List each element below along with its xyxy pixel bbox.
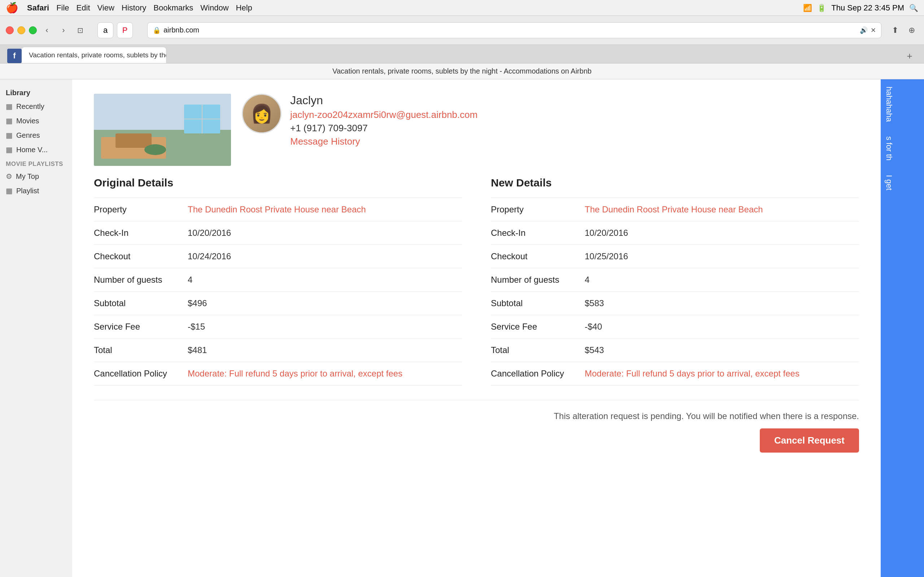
new-subtotal-label: Subtotal xyxy=(491,298,585,308)
sidebar-movies-label: Movies xyxy=(16,117,39,125)
file-menu[interactable]: File xyxy=(56,3,69,13)
sidebar-item-genres[interactable]: ▦ Genres xyxy=(0,128,72,142)
grid-icon-3: ▦ xyxy=(6,131,13,140)
page-title-bar: Vacation rentals, private rooms, sublets… xyxy=(0,63,924,79)
menubar-right: 📶 🔋 Thu Sep 22 3:45 PM 🔍 xyxy=(803,3,918,13)
sidebar-item-recently[interactable]: ▦ Recently xyxy=(0,99,72,114)
orig-property-row: Property The Dunedin Roost Private House… xyxy=(94,198,462,221)
orig-guests-row: Number of guests 4 xyxy=(94,268,462,292)
amazon-bookmark[interactable]: a xyxy=(97,23,113,38)
new-subtotal-row: Subtotal $583 xyxy=(491,292,859,315)
guest-avatar: 👩 xyxy=(242,94,281,134)
add-tab-button[interactable]: + xyxy=(902,49,917,63)
main-content: 👩 Jaclyn jaclyn-zoo204zxamr5i0rw@guest.a… xyxy=(72,79,881,577)
apple-menu[interactable]: 🍎 xyxy=(6,2,18,14)
new-cancellation-value: Moderate: Full refund 5 days prior to ar… xyxy=(585,369,859,379)
safari-menu[interactable]: Safari xyxy=(27,3,49,13)
sidebar-item-movies[interactable]: ▦ Movies xyxy=(0,114,72,128)
menu-bar: 🍎 Safari File Edit View History Bookmark… xyxy=(0,0,924,16)
sidebar-my-top-label: My Top xyxy=(16,172,39,181)
grid-icon-4: ▦ xyxy=(6,145,13,154)
guest-info-section: 👩 Jaclyn jaclyn-zoo204zxamr5i0rw@guest.a… xyxy=(242,94,478,147)
new-cancellation-row: Cancellation Policy Moderate: Full refun… xyxy=(491,362,859,385)
new-service-fee-label: Service Fee xyxy=(491,322,585,332)
traffic-lights xyxy=(6,26,37,34)
window-menu[interactable]: Window xyxy=(200,3,228,13)
sidebar-home-videos-label: Home V... xyxy=(16,146,48,154)
orig-total-label: Total xyxy=(94,345,188,355)
address-bar[interactable]: 🔒 airbnb.com 🔊 ✕ xyxy=(147,23,881,38)
new-property-label: Property xyxy=(491,205,585,214)
new-checkout-value: 10/25/2016 xyxy=(585,251,859,261)
edit-menu[interactable]: Edit xyxy=(76,3,90,13)
guest-details: Jaclyn jaclyn-zoo204zxamr5i0rw@guest.air… xyxy=(290,94,478,147)
minimize-window-button[interactable] xyxy=(17,26,25,34)
sidebar-item-my-top[interactable]: ⚙ My Top xyxy=(0,169,72,184)
details-row: Original Details Property The Dunedin Ro… xyxy=(94,177,859,385)
new-total-value: $543 xyxy=(585,345,859,355)
orig-checkin-value: 10/20/2016 xyxy=(188,228,462,238)
search-icon[interactable]: 🔍 xyxy=(909,3,918,12)
right-panel-text-3: I get xyxy=(881,168,897,198)
grid-icon: ▦ xyxy=(6,102,13,111)
new-property-row: Property The Dunedin Roost Private House… xyxy=(491,198,859,221)
new-checkin-value: 10/20/2016 xyxy=(585,228,859,238)
new-guests-label: Number of guests xyxy=(491,275,585,285)
sidebar-playlist-label: Playlist xyxy=(16,187,39,195)
library-label: Library xyxy=(0,87,72,99)
new-checkout-label: Checkout xyxy=(491,251,585,261)
list-icon: ▦ xyxy=(6,187,13,195)
bookmarks-menu[interactable]: Bookmarks xyxy=(153,3,193,13)
orig-subtotal-row: Subtotal $496 xyxy=(94,292,462,315)
svg-point-4 xyxy=(144,144,166,155)
audio-icon[interactable]: 🔊 xyxy=(860,26,868,34)
new-guests-row: Number of guests 4 xyxy=(491,268,859,292)
help-menu[interactable]: Help xyxy=(236,3,252,13)
view-menu[interactable]: View xyxy=(97,3,115,13)
new-service-fee-row: Service Fee -$40 xyxy=(491,315,859,338)
guest-name: Jaclyn xyxy=(290,94,478,107)
page-layout: Library ▦ Recently ▦ Movies ▦ Genres ▦ H… xyxy=(0,79,924,577)
forward-button[interactable]: › xyxy=(57,24,70,37)
orig-total-value: $481 xyxy=(188,345,462,355)
orig-checkout-label: Checkout xyxy=(94,251,188,261)
pinterest-bookmark[interactable]: P xyxy=(117,23,133,38)
url-display: airbnb.com xyxy=(163,26,199,34)
right-panel-text-1: hahahaha xyxy=(881,79,897,129)
battery-icon: 🔋 xyxy=(817,3,826,12)
tab-bar: f Vacation rentals, private rooms, suble… xyxy=(0,45,924,63)
browser-toolbar: ‹ › ⊡ a P 🔒 airbnb.com 🔊 ✕ ⬆ ⊕ xyxy=(0,16,924,45)
orig-cancellation-value: Moderate: Full refund 5 days prior to ar… xyxy=(188,369,462,379)
grid-icon-2: ▦ xyxy=(6,116,13,125)
guest-email[interactable]: jaclyn-zoo204zxamr5i0rw@guest.airbnb.com xyxy=(290,109,478,121)
sidebar-genres-label: Genres xyxy=(16,131,40,140)
orig-cancellation-label: Cancellation Policy xyxy=(94,369,188,379)
close-window-button[interactable] xyxy=(6,26,14,34)
airbnb-tab-label: Vacation rentals, private rooms, sublets… xyxy=(29,51,166,59)
back-button[interactable]: ‹ xyxy=(40,24,53,37)
cancel-request-button[interactable]: Cancel Request xyxy=(760,429,859,453)
history-menu[interactable]: History xyxy=(122,3,146,13)
orig-checkin-label: Check-In xyxy=(94,228,188,238)
right-panel-text-2: s for th xyxy=(881,129,897,168)
new-tab-button[interactable]: ⊕ xyxy=(905,24,918,37)
property-thumbnail xyxy=(94,94,231,166)
address-bar-row: 🔒 airbnb.com 🔊 ✕ xyxy=(144,23,885,38)
orig-guests-label: Number of guests xyxy=(94,275,188,285)
orig-checkin-row: Check-In 10/20/2016 xyxy=(94,221,462,245)
new-cancellation-label: Cancellation Policy xyxy=(491,369,585,379)
new-service-fee-value: -$40 xyxy=(585,322,859,332)
message-history-link[interactable]: Message History xyxy=(290,136,478,147)
airbnb-tab[interactable]: Vacation rentals, private rooms, sublets… xyxy=(22,47,166,63)
sidebar-item-playlist[interactable]: ▦ Playlist xyxy=(0,184,72,198)
share-button[interactable]: ⬆ xyxy=(888,24,901,37)
new-total-row: Total $543 xyxy=(491,338,859,362)
split-view-button[interactable]: ⊡ xyxy=(74,24,87,37)
orig-subtotal-label: Subtotal xyxy=(94,298,188,308)
page-title-text: Vacation rentals, private rooms, sublets… xyxy=(333,67,591,76)
new-property-value: The Dunedin Roost Private House near Bea… xyxy=(585,205,859,214)
stop-loading-button[interactable]: ✕ xyxy=(871,26,876,34)
sidebar-item-home-videos[interactable]: ▦ Home V... xyxy=(0,142,72,157)
maximize-window-button[interactable] xyxy=(29,26,37,34)
orig-checkout-row: Checkout 10/24/2016 xyxy=(94,245,462,268)
